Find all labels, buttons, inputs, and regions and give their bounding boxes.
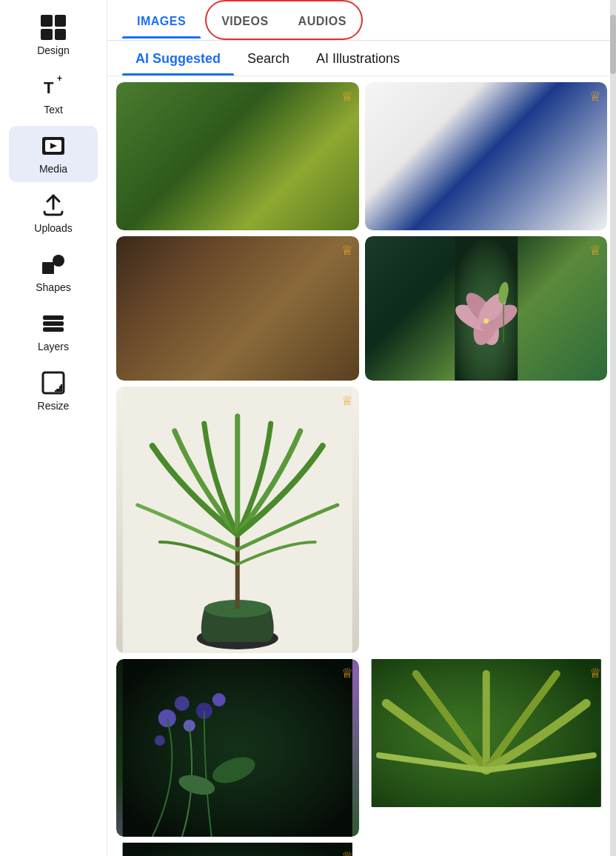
svg-text:+: + [57,74,62,84]
tab-group-videos-audios: VIDEOS AUDIOS [205,0,363,40]
image-card-plant-pot[interactable]: ♕ [365,82,608,230]
crown-badge: ♕ [341,242,353,258]
sidebar-item-label: Shapes [36,281,70,293]
image-card-dried-plants[interactable]: ♕ [116,236,359,381]
scrollbar-thumb[interactable] [610,15,616,74]
image-card-lily[interactable]: ♕ [365,236,608,381]
tab-search[interactable]: Search [234,41,303,76]
sidebar-item-label: Design [37,44,70,56]
sidebar-item-label: Resize [38,400,70,412]
shapes-icon [41,252,66,277]
tab-audios[interactable]: AUDIOS [284,1,361,39]
svg-rect-8 [43,315,64,320]
sidebar-item-shapes[interactable]: Shapes [9,244,98,301]
image-card-agave[interactable]: ♕ [365,659,608,807]
svg-point-20 [483,318,489,324]
image-card-palm[interactable]: ♕ [116,387,359,653]
tab-ai-suggested[interactable]: AI Suggested [122,41,234,76]
sidebar-item-label: Uploads [34,222,72,234]
sidebar: Design T + Text Media Uploads Shapes [0,0,107,856]
sidebar-item-label: Text [44,104,63,116]
svg-rect-40 [123,843,352,856]
svg-rect-28 [123,659,352,837]
layers-icon [41,311,66,336]
svg-rect-10 [43,327,64,332]
svg-point-33 [212,693,226,706]
image-grid: ♕ ♕ ♕ [107,76,616,856]
crown-badge: ♕ [341,88,353,104]
sidebar-item-uploads[interactable]: Uploads [9,185,98,241]
tab-videos[interactable]: VIDEOS [207,1,283,39]
image-card-duckweed[interactable]: ♕ [116,82,359,230]
crown-badge: ♕ [589,242,601,258]
image-card-herbs-blue[interactable]: ♕ [116,843,359,856]
crown-badge: ♕ [341,849,353,856]
crown-badge: ♕ [341,665,353,681]
image-card-flowers-dark[interactable]: ♕ [116,659,359,837]
crown-badge: ♕ [589,665,601,681]
text-icon: T + [41,74,66,99]
sidebar-item-design[interactable]: Design [9,7,98,64]
tab-ai-illustrations[interactable]: AI Illustrations [303,41,413,76]
main-content: IMAGES VIDEOS AUDIOS AI Suggested Search… [107,0,616,856]
svg-point-34 [155,735,165,746]
sidebar-item-media[interactable]: Media [9,126,98,182]
uploads-icon [41,193,66,218]
sidebar-item-label: Layers [38,341,69,352]
resize-icon [41,370,66,395]
tabs-row2: AI Suggested Search AI Illustrations [107,41,616,76]
crown-badge: ♕ [589,88,601,104]
crown-badge: ♕ [341,392,353,409]
design-icon [41,15,66,40]
media-icon [41,133,66,158]
tab-images[interactable]: IMAGES [122,1,201,39]
tabs-row1: IMAGES VIDEOS AUDIOS [107,0,616,41]
svg-rect-5 [42,262,54,274]
scrollbar[interactable] [610,0,616,856]
svg-text:T: T [44,78,54,97]
svg-rect-9 [43,321,64,326]
sidebar-item-resize[interactable]: Resize [9,363,98,419]
svg-point-30 [175,696,190,711]
sidebar-item-layers[interactable]: Layers [9,304,98,360]
sidebar-item-label: Media [39,163,67,175]
sidebar-item-text[interactable]: T + Text [9,67,98,123]
